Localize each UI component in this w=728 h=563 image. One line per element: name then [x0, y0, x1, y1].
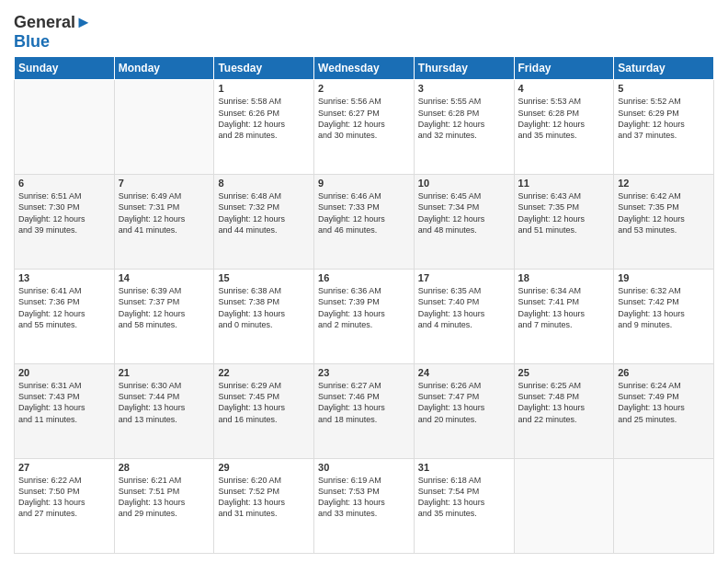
- calendar-table: SundayMondayTuesdayWednesdayThursdayFrid…: [14, 56, 714, 554]
- day-info: Sunrise: 6:41 AMSunset: 7:36 PMDaylight:…: [18, 285, 110, 330]
- logo-text2: Blue: [14, 32, 92, 52]
- day-header-friday: Friday: [514, 57, 614, 80]
- day-number: 19: [618, 272, 710, 283]
- week-row-1: 6Sunrise: 6:51 AMSunset: 7:30 PMDaylight…: [15, 175, 714, 270]
- day-info: Sunrise: 6:34 AMSunset: 7:41 PMDaylight:…: [518, 285, 610, 330]
- day-number: 30: [318, 462, 410, 473]
- calendar-cell: 23Sunrise: 6:27 AMSunset: 7:46 PMDayligh…: [314, 364, 415, 459]
- day-number: 13: [18, 272, 110, 283]
- day-info: Sunrise: 6:48 AMSunset: 7:32 PMDaylight:…: [218, 190, 310, 236]
- calendar-cell: 4Sunrise: 5:53 AMSunset: 6:28 PMDaylight…: [514, 80, 614, 175]
- calendar-cell: 22Sunrise: 6:29 AMSunset: 7:45 PMDayligh…: [214, 364, 314, 459]
- day-header-sunday: Sunday: [15, 57, 115, 80]
- calendar-cell: 5Sunrise: 5:52 AMSunset: 6:29 PMDaylight…: [614, 80, 714, 175]
- calendar-cell: 31Sunrise: 6:18 AMSunset: 7:54 PMDayligh…: [414, 459, 514, 554]
- day-info: Sunrise: 5:53 AMSunset: 6:28 PMDaylight:…: [518, 96, 610, 141]
- week-row-3: 20Sunrise: 6:31 AMSunset: 7:43 PMDayligh…: [15, 364, 714, 459]
- day-number: 28: [119, 462, 210, 473]
- calendar-cell: 26Sunrise: 6:24 AMSunset: 7:49 PMDayligh…: [614, 364, 714, 459]
- day-number: 11: [518, 178, 610, 189]
- day-header-monday: Monday: [114, 57, 214, 80]
- day-number: 23: [318, 367, 410, 378]
- day-info: Sunrise: 6:24 AMSunset: 7:49 PMDaylight:…: [618, 380, 710, 425]
- day-number: 17: [418, 272, 510, 283]
- week-row-2: 13Sunrise: 6:41 AMSunset: 7:36 PMDayligh…: [15, 270, 714, 364]
- day-info: Sunrise: 6:20 AMSunset: 7:52 PMDaylight:…: [218, 475, 310, 520]
- day-number: 4: [518, 83, 610, 94]
- day-number: 26: [618, 367, 710, 378]
- day-number: 2: [318, 83, 410, 94]
- day-number: 8: [218, 178, 310, 189]
- day-number: 25: [518, 367, 610, 378]
- day-header-tuesday: Tuesday: [214, 57, 314, 80]
- day-header-saturday: Saturday: [614, 57, 714, 80]
- calendar-cell: 24Sunrise: 6:26 AMSunset: 7:47 PMDayligh…: [414, 364, 514, 459]
- calendar-cell: 15Sunrise: 6:38 AMSunset: 7:38 PMDayligh…: [214, 270, 314, 364]
- day-number: 7: [119, 178, 210, 189]
- day-number: 20: [18, 367, 110, 378]
- calendar-cell: 25Sunrise: 6:25 AMSunset: 7:48 PMDayligh…: [514, 364, 614, 459]
- day-info: Sunrise: 5:55 AMSunset: 6:28 PMDaylight:…: [418, 96, 510, 141]
- calendar-cell: 29Sunrise: 6:20 AMSunset: 7:52 PMDayligh…: [214, 459, 314, 554]
- calendar-cell: 7Sunrise: 6:49 AMSunset: 7:31 PMDaylight…: [114, 175, 214, 270]
- day-number: 14: [119, 272, 210, 283]
- day-number: 6: [18, 178, 110, 189]
- calendar-cell: 8Sunrise: 6:48 AMSunset: 7:32 PMDaylight…: [214, 175, 314, 270]
- week-row-0: 1Sunrise: 5:58 AMSunset: 6:26 PMDaylight…: [15, 80, 714, 175]
- week-row-4: 27Sunrise: 6:22 AMSunset: 7:50 PMDayligh…: [15, 459, 714, 554]
- day-number: 24: [418, 367, 510, 378]
- logo-text: General►: [14, 13, 92, 32]
- day-number: 18: [518, 272, 610, 283]
- day-number: 15: [218, 272, 310, 283]
- header: General► Blue: [14, 9, 714, 51]
- day-info: Sunrise: 5:52 AMSunset: 6:29 PMDaylight:…: [618, 96, 710, 141]
- day-number: 9: [318, 178, 410, 189]
- day-number: 16: [318, 272, 410, 283]
- calendar-cell: [614, 459, 714, 554]
- day-info: Sunrise: 6:27 AMSunset: 7:46 PMDaylight:…: [318, 380, 410, 425]
- day-info: Sunrise: 6:46 AMSunset: 7:33 PMDaylight:…: [318, 190, 410, 236]
- calendar-cell: 6Sunrise: 6:51 AMSunset: 7:30 PMDaylight…: [15, 175, 115, 270]
- calendar-cell: [514, 459, 614, 554]
- calendar-cell: [15, 80, 115, 175]
- day-info: Sunrise: 6:26 AMSunset: 7:47 PMDaylight:…: [418, 380, 510, 425]
- calendar-cell: 16Sunrise: 6:36 AMSunset: 7:39 PMDayligh…: [314, 270, 415, 364]
- calendar-cell: 10Sunrise: 6:45 AMSunset: 7:34 PMDayligh…: [414, 175, 514, 270]
- calendar-cell: 21Sunrise: 6:30 AMSunset: 7:44 PMDayligh…: [114, 364, 214, 459]
- calendar-cell: 13Sunrise: 6:41 AMSunset: 7:36 PMDayligh…: [15, 270, 115, 364]
- day-number: 27: [18, 462, 110, 473]
- day-info: Sunrise: 6:43 AMSunset: 7:35 PMDaylight:…: [518, 190, 610, 236]
- calendar-cell: [114, 80, 214, 175]
- calendar-cell: 30Sunrise: 6:19 AMSunset: 7:53 PMDayligh…: [314, 459, 415, 554]
- calendar-cell: 2Sunrise: 5:56 AMSunset: 6:27 PMDaylight…: [314, 80, 415, 175]
- calendar-cell: 28Sunrise: 6:21 AMSunset: 7:51 PMDayligh…: [114, 459, 214, 554]
- calendar-cell: 18Sunrise: 6:34 AMSunset: 7:41 PMDayligh…: [514, 270, 614, 364]
- calendar-cell: 27Sunrise: 6:22 AMSunset: 7:50 PMDayligh…: [15, 459, 115, 554]
- day-number: 31: [418, 462, 510, 473]
- calendar-cell: 17Sunrise: 6:35 AMSunset: 7:40 PMDayligh…: [414, 270, 514, 364]
- day-info: Sunrise: 6:21 AMSunset: 7:51 PMDaylight:…: [119, 475, 210, 520]
- day-info: Sunrise: 6:18 AMSunset: 7:54 PMDaylight:…: [418, 475, 510, 520]
- day-info: Sunrise: 6:29 AMSunset: 7:45 PMDaylight:…: [218, 380, 310, 425]
- day-number: 3: [418, 83, 510, 94]
- calendar-cell: 11Sunrise: 6:43 AMSunset: 7:35 PMDayligh…: [514, 175, 614, 270]
- calendar-cell: 19Sunrise: 6:32 AMSunset: 7:42 PMDayligh…: [614, 270, 714, 364]
- day-number: 12: [618, 178, 710, 189]
- day-info: Sunrise: 6:51 AMSunset: 7:30 PMDaylight:…: [18, 190, 110, 236]
- day-info: Sunrise: 6:49 AMSunset: 7:31 PMDaylight:…: [119, 190, 210, 236]
- calendar-header-row: SundayMondayTuesdayWednesdayThursdayFrid…: [15, 57, 714, 80]
- day-header-wednesday: Wednesday: [314, 57, 415, 80]
- day-info: Sunrise: 6:38 AMSunset: 7:38 PMDaylight:…: [218, 285, 310, 330]
- day-header-thursday: Thursday: [414, 57, 514, 80]
- day-number: 5: [618, 83, 710, 94]
- day-info: Sunrise: 5:58 AMSunset: 6:26 PMDaylight:…: [218, 96, 310, 141]
- page: General► Blue SundayMondayTuesdayWednesd…: [0, 0, 728, 563]
- calendar-cell: 3Sunrise: 5:55 AMSunset: 6:28 PMDaylight…: [414, 80, 514, 175]
- day-info: Sunrise: 6:45 AMSunset: 7:34 PMDaylight:…: [418, 190, 510, 236]
- day-info: Sunrise: 6:32 AMSunset: 7:42 PMDaylight:…: [618, 285, 710, 330]
- day-number: 22: [218, 367, 310, 378]
- day-info: Sunrise: 6:30 AMSunset: 7:44 PMDaylight:…: [119, 380, 210, 425]
- day-info: Sunrise: 6:31 AMSunset: 7:43 PMDaylight:…: [18, 380, 110, 425]
- day-number: 10: [418, 178, 510, 189]
- day-info: Sunrise: 6:36 AMSunset: 7:39 PMDaylight:…: [318, 285, 410, 330]
